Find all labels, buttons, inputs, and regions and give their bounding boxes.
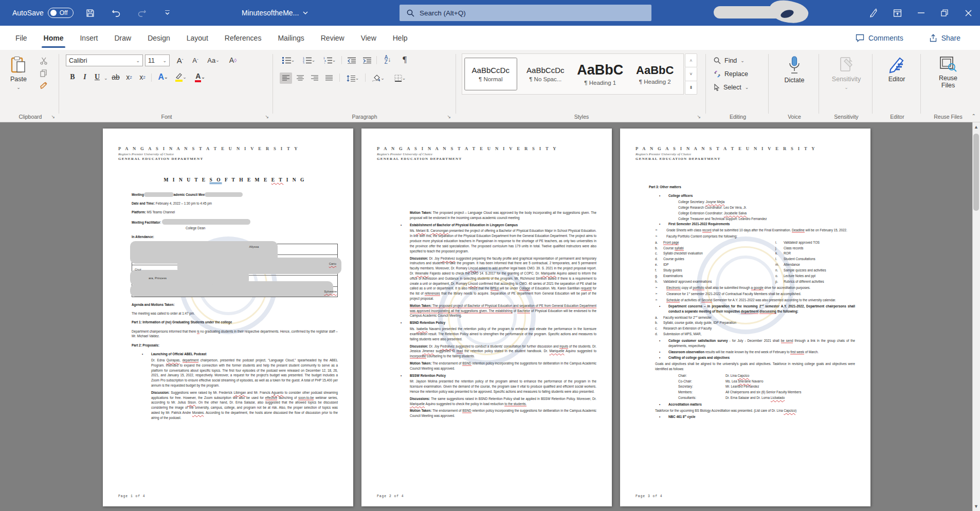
paint-bucket-icon [372, 75, 380, 82]
tab-references[interactable]: References [216, 26, 270, 50]
font-name-select[interactable]: Calibri⌄ [66, 54, 143, 66]
bold-button[interactable]: B [67, 71, 78, 83]
copy-button[interactable] [37, 67, 50, 79]
align-left-button[interactable] [280, 72, 292, 84]
justify-button[interactable] [323, 72, 335, 84]
paragraph-dialog-launcher-icon[interactable]: ↘ [447, 114, 451, 119]
restore-button[interactable] [933, 0, 956, 26]
superscript-button[interactable]: x2 [137, 71, 148, 83]
shading-button[interactable]: ⌄ [369, 72, 388, 84]
style-card-heading2[interactable]: AaBbC¶ Heading 2 [629, 58, 681, 90]
line-spacing-button[interactable]: ⌄ [343, 72, 362, 84]
clear-formatting-button[interactable]: A◊ [225, 54, 241, 66]
save-button[interactable] [82, 4, 99, 22]
redo-button[interactable] [133, 4, 151, 22]
vertical-scrollbar[interactable]: ▲ ▼ [972, 122, 980, 511]
tab-layout[interactable]: Layout [178, 26, 216, 50]
dictate-button[interactable]: Dictate [776, 53, 812, 87]
styles-more-icon[interactable]: ⇟ [685, 81, 697, 95]
sensitivity-button[interactable]: Sensitivity ⌄ [825, 53, 868, 93]
scroll-down-icon[interactable]: ▼ [973, 504, 979, 509]
minimize-button[interactable] [909, 0, 933, 26]
multilevel-list-button[interactable]: 1ai⌄ [321, 54, 338, 66]
list-marker: o. [775, 273, 784, 279]
search-input[interactable]: Search (Alt+Q) [400, 5, 651, 21]
borders-button[interactable]: ⌄ [391, 72, 409, 84]
text-effects-button[interactable]: A⌄ [155, 71, 171, 83]
select-button[interactable]: Select⌄ [712, 81, 751, 94]
ribbon-display-options-button[interactable] [885, 0, 909, 26]
font-color-button[interactable]: A⌄ [192, 71, 208, 83]
tab-review[interactable]: Review [313, 26, 353, 50]
document-title[interactable]: MinutesoftheMe... [242, 0, 308, 26]
style-card-nospac[interactable]: AaBbCcDc¶ No Spac... [519, 58, 572, 90]
close-button[interactable] [956, 0, 980, 26]
document-page-3[interactable]: P A N G A S I N A N S T A T E U N I V E … [620, 129, 870, 506]
ink-pen-button[interactable] [862, 0, 885, 26]
highlight-color-button[interactable]: ⌄ [173, 71, 189, 83]
text-run: shall also be submitted through [704, 286, 751, 289]
sort-button[interactable]: AZ↓ [379, 53, 396, 66]
list-item-text: Schedule of activities of Second Semeste… [666, 298, 855, 303]
doc-list-cell: g.Examinations [655, 273, 773, 279]
text-run: BSND [462, 361, 471, 365]
tab-home[interactable]: Home [35, 26, 72, 50]
tab-mailings[interactable]: Mailings [269, 26, 312, 50]
quick-access-chevron[interactable] [159, 4, 176, 22]
comments-button[interactable]: Comments [849, 31, 910, 45]
styles-scroll-up-icon[interactable]: ˄ [685, 53, 697, 67]
paste-button[interactable]: Paste ⌄ [6, 53, 31, 93]
show-formatting-marks-button[interactable]: ¶ [398, 53, 411, 66]
decrease-indent-button[interactable] [344, 54, 359, 66]
underline-chevron-icon[interactable]: ⌄ [104, 76, 108, 81]
tab-file[interactable]: File [7, 26, 35, 50]
tab-design[interactable]: Design [139, 26, 178, 50]
grow-font-button[interactable]: Aˆ [173, 54, 187, 66]
tab-view[interactable]: View [353, 26, 385, 50]
text-run: , [179, 358, 182, 362]
styles-scroll-down-icon[interactable]: ˅ [685, 67, 697, 81]
numbering-button[interactable]: 123⌄ [300, 54, 318, 66]
change-case-button[interactable]: Aa⌄ [205, 54, 222, 66]
align-right-button[interactable] [308, 72, 321, 84]
find-button[interactable]: Find⌄ [712, 54, 751, 67]
document-page-1[interactable]: P A N G A S I N A N S T A T E U N I V E … [103, 129, 353, 506]
editor-button[interactable]: Editor [879, 53, 914, 86]
clipboard-dialog-launcher-icon[interactable]: ↘ [51, 114, 55, 119]
tab-insert[interactable]: Insert [71, 26, 106, 50]
tab-draw[interactable]: Draw [106, 26, 139, 50]
scroll-up-icon[interactable]: ▲ [973, 124, 979, 130]
font-size-select[interactable]: 11⌄ [145, 54, 170, 66]
text-run: Rubrics of different activities [784, 280, 824, 283]
tab-help[interactable]: Help [385, 26, 416, 50]
subscript-button[interactable]: x2 [123, 71, 135, 83]
replace-button[interactable]: Replace [712, 67, 751, 81]
doc-bullet-item: •Crafting of college goals and objective… [659, 355, 855, 360]
autosave-toggle[interactable]: AutoSave Off [12, 8, 74, 18]
cut-button[interactable] [37, 55, 50, 66]
shrink-font-button[interactable]: Aˇ [188, 54, 203, 66]
share-button[interactable]: Share [923, 31, 967, 45]
increase-indent-button[interactable] [360, 54, 374, 66]
font-dialog-launcher-icon[interactable]: ↘ [265, 114, 269, 119]
strikethrough-button[interactable]: ab [110, 71, 121, 83]
doc-paragraph: Mr. Jayson Molina presented the retentio… [410, 379, 596, 394]
collapse-ribbon-icon[interactable]: ⌃ [972, 113, 976, 119]
align-center-button[interactable] [294, 72, 306, 84]
italic-button[interactable]: I [79, 71, 90, 83]
page-footer: Page 3 of 4 [636, 495, 663, 498]
scrollbar-thumb[interactable] [973, 134, 979, 211]
style-card-heading1[interactable]: AaBbC¶ Heading 1 [574, 58, 626, 90]
reuse-files-button[interactable]: Reuse Files [929, 53, 968, 92]
document-page-2[interactable]: P A N G A S I N A N S T A T E U N I V E … [361, 129, 612, 506]
list-marker: • [659, 338, 668, 349]
format-painter-button[interactable] [37, 80, 50, 91]
underline-button[interactable]: U [92, 71, 103, 83]
doc-paragraph: College Secretary: Jovyne Mejia [678, 199, 855, 205]
styles-dialog-launcher-icon[interactable]: ↘ [697, 114, 701, 119]
text-run: portfolio [693, 286, 704, 289]
undo-button[interactable] [107, 4, 125, 22]
text-run: Date and Time: [132, 202, 155, 205]
bullets-button[interactable]: ⌄ [280, 54, 297, 66]
style-card-normal[interactable]: AaBbCcDc¶ Normal [464, 58, 517, 90]
